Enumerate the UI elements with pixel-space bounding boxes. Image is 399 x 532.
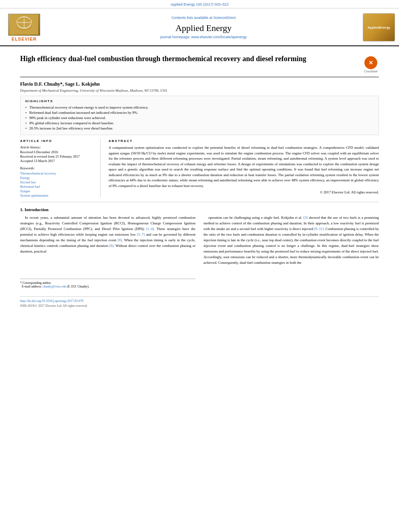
introduction-section: 1. Introduction In recent years, a subst…	[20, 207, 379, 288]
article-info-abstract: ARTICLE INFO Article history: Received 6…	[20, 139, 379, 202]
footnote-section: * Corresponding author. E-mail address: …	[20, 279, 195, 288]
abstract-column: ABSTRACT A computational system optimiza…	[109, 139, 379, 198]
elsevier-logo: ELSEVIER	[8, 14, 40, 41]
journal-citation: Applied Energy 195 (2017) 503–522	[171, 2, 229, 6]
authors: Flavio D.F. Chuahy*, Sage L. Kokjohn	[20, 81, 379, 87]
keyword-item: System optimization	[20, 193, 96, 197]
article-title: High efficiency dual-fuel combustion thr…	[20, 54, 357, 64]
list-item: 8% global efficiency increase compared t…	[25, 121, 374, 125]
introduction-body: In recent years, a substantial amount of…	[20, 215, 379, 288]
crossmark-badge[interactable]: ✕ CrossMark	[363, 56, 379, 73]
intro-paragraph-1: In recent years, a substantial amount of…	[20, 215, 195, 255]
journal-reference-bar: Applied Energy 195 (2017) 503–522	[0, 0, 399, 8]
footnote-text: * Corresponding author. E-mail address: …	[20, 281, 195, 288]
abstract-text: A computational system optimization was …	[109, 145, 379, 189]
highlights-heading: HIGHLIGHTS	[25, 99, 374, 103]
footer-doi: http://dx.doi.org/10.1016/j.apenergy.201…	[20, 299, 379, 303]
list-item: Thermochemical recovery of exhaust energ…	[25, 105, 374, 109]
main-content: High efficiency dual-fuel combustion thr…	[0, 46, 399, 316]
intro-paragraph-2: operation can be challenging using a sin…	[204, 215, 379, 265]
article-info-heading: ARTICLE INFO	[20, 139, 96, 143]
keyword-item: Energy	[20, 176, 96, 180]
elsevier-text: ELSEVIER	[12, 37, 37, 41]
abstract-heading: ABSTRACT	[109, 139, 379, 143]
history-label: Article history:	[20, 145, 96, 149]
keyword-item: Thermochemical recovery	[20, 171, 96, 175]
crossmark-label: CrossMark	[364, 70, 378, 73]
highlights-section: HIGHLIGHTS Thermochemical recovery of ex…	[20, 96, 379, 135]
intro-text-right: operation can be challenging using a sin…	[204, 215, 379, 265]
intro-col-left: In recent years, a substantial amount of…	[20, 215, 195, 288]
intro-col-right: operation can be challenging using a sin…	[204, 215, 379, 288]
list-item: Reformed dual fuel combustion increased …	[25, 111, 374, 115]
accepted-date: Accepted 13 March 2017	[20, 159, 96, 163]
footer-issn: 0306-2619/© 2017 Elsevier Ltd. All right…	[20, 304, 379, 308]
intro-text-left: In recent years, a substantial amount of…	[20, 215, 195, 255]
journal-badge: AppliedEnergy	[359, 12, 399, 43]
list-item: 20.5% increase in 2nd law efficiency ove…	[25, 126, 374, 130]
journal-header: ELSEVIER Contents lists available at Sci…	[0, 8, 399, 46]
sciencedirect-link: Contents lists available at ScienceDirec…	[171, 16, 236, 20]
article-history: Article history: Received 6 December 201…	[20, 145, 96, 163]
abstract-copyright: © 2017 Elsevier Ltd. All rights reserved…	[109, 190, 379, 194]
keyword-item: Second law	[20, 180, 96, 184]
applied-energy-logo: AppliedEnergy	[363, 13, 395, 41]
introduction-heading: 1. Introduction	[20, 207, 379, 212]
highlights-list: Thermochemical recovery of exhaust energ…	[25, 105, 374, 130]
article-title-container: High efficiency dual-fuel combustion thr…	[20, 54, 357, 64]
publisher-logo: ELSEVIER	[0, 12, 48, 43]
article-title-section: High efficiency dual-fuel combustion thr…	[20, 51, 379, 77]
elsevier-logo-image	[8, 14, 40, 36]
received-date: Received 6 December 2016	[20, 150, 96, 154]
journal-title: Applied Energy	[175, 23, 232, 33]
keyword-item: Syngas	[20, 189, 96, 193]
revised-date: Received in revised form 21 February 201…	[20, 154, 96, 158]
article-info-column: ARTICLE INFO Article history: Received 6…	[20, 139, 101, 198]
journal-center: Contents lists available at ScienceDirec…	[48, 12, 359, 43]
crossmark-icon: ✕	[364, 56, 377, 69]
list-item: 90% peak in cylinder soot reductions wer…	[25, 116, 374, 120]
keyword-item: Reformed fuel	[20, 185, 96, 189]
page-footer: http://dx.doi.org/10.1016/j.apenergy.201…	[20, 296, 379, 308]
keywords-label: Keywords:	[20, 166, 96, 170]
affiliation: Department of Mechanical Engineering, Un…	[20, 88, 379, 92]
journal-homepage: journal homepage: www.elsevier.com/locat…	[160, 35, 247, 39]
keywords-section: Keywords: Thermochemical recovery Energy…	[20, 166, 96, 197]
